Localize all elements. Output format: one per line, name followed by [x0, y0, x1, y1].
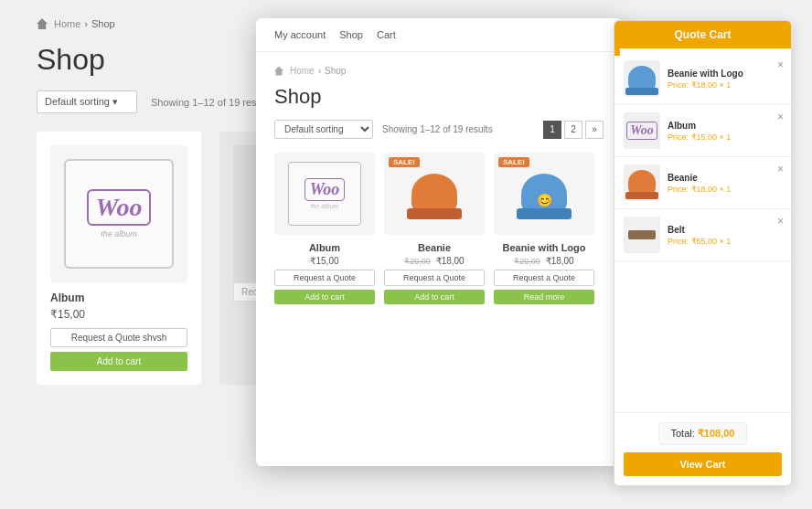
qc-album-remove[interactable]: ×: [777, 111, 784, 123]
modal-breadcrumb-current: Shop: [325, 66, 346, 76]
qc-beanie-logo-info: Beanie with Logo Price: ₹18,00 × 1: [668, 69, 782, 90]
bg-album-quote-btn[interactable]: Request a Quote shvsh: [50, 328, 187, 347]
modal-page-next[interactable]: »: [585, 121, 604, 139]
showing-text: Showing 1–12 of 19 results: [151, 97, 272, 108]
qc-beanie-logo-price: Price: ₹18,00 × 1: [668, 80, 782, 90]
sale-badge-beanie-logo: SALE!: [498, 157, 529, 167]
modal-album-price: ₹15,00: [274, 256, 375, 266]
sort-select[interactable]: Default sorting ▾: [37, 90, 137, 113]
qc-beanie-remove[interactable]: ×: [777, 163, 784, 175]
modal-home-link[interactable]: Home: [290, 66, 315, 76]
modal-beanie-name: Beanie: [384, 242, 485, 253]
qc-beanie-shape: [628, 170, 656, 196]
bg-album-image: Woo the album: [50, 145, 187, 282]
modal-sort-select[interactable]: Default sorting: [274, 120, 373, 139]
qc-item-beanie-logo: Beanie with Logo Price: ₹18,00 × 1 ×: [614, 53, 791, 105]
modal-beanie-logo-name: Beanie with Logo: [494, 242, 594, 253]
woo-mini-sketch: Woo the album: [288, 162, 361, 226]
qc-total-amount: ₹108,00: [698, 428, 735, 439]
woo-mini-text: Woo: [304, 178, 346, 201]
qc-belt-info: Belt Price: ₹55,00 × 1: [668, 225, 782, 246]
modal-beanie-price: ₹20,00 ₹18,00: [384, 256, 485, 266]
qc-total-label: Total:: [670, 428, 694, 439]
modal-nav-myaccount[interactable]: My account: [274, 29, 326, 40]
woo-subtitle: the album: [101, 229, 137, 239]
modal-beanie-cart-btn[interactable]: Add to cart: [384, 290, 485, 304]
qc-beanie-name: Beanie: [668, 173, 782, 183]
woo-mini-sub: the album: [311, 203, 339, 209]
qc-beanie-logo-remove[interactable]: ×: [777, 58, 784, 71]
beanie-logo-new-price: ₹18,00: [546, 256, 574, 266]
modal-nav-cart[interactable]: Cart: [377, 29, 396, 40]
qc-beanie-price: Price: ₹18,00 × 1: [668, 185, 782, 194]
modal-home-icon: [274, 67, 283, 76]
qc-item-belt: Belt Price: ₹55,00 × 1 ×: [614, 209, 791, 261]
qc-album-price: Price: ₹15,00 × 1: [668, 133, 782, 142]
view-cart-button[interactable]: View Cart: [624, 452, 782, 476]
breadcrumb-current: Shop: [91, 18, 115, 29]
bg-album-cart-btn[interactable]: Add to cart: [50, 352, 187, 371]
qc-item-beanie: Beanie Price: ₹18,00 × 1 ×: [614, 157, 791, 209]
modal-album-img: Woo the album: [274, 153, 375, 235]
breadcrumb-separator: ›: [84, 18, 88, 29]
beanie-hat-shape: [411, 174, 457, 215]
beanie-logo-old-price: ₹20,00: [514, 257, 540, 266]
home-icon: [37, 18, 48, 29]
modal-beanie-logo-read-btn[interactable]: Read more: [494, 290, 594, 304]
qc-total: Total: ₹108,00: [624, 422, 782, 445]
modal-shop-popup: My account Shop Cart Home › Shop Shop De…: [256, 18, 622, 466]
qc-belt-remove[interactable]: ×: [777, 215, 784, 228]
qc-belt-shape: [628, 230, 656, 239]
modal-shop-title: Shop: [274, 85, 604, 109]
qc-woo-text: Woo: [626, 122, 657, 140]
quote-cart-panel: › Quote Cart Beanie with Logo Price: ₹18…: [614, 20, 792, 486]
home-link[interactable]: Home: [54, 18, 80, 29]
qc-beanie-logo-img: [624, 60, 660, 97]
modal-product-beanie: SALE! Beanie ₹20,00 ₹18,00 Request a Quo…: [384, 153, 485, 304]
modal-breadcrumb: Home › Shop: [274, 66, 604, 76]
qc-beanie-logo-name: Beanie with Logo: [668, 69, 782, 79]
modal-product-album: Woo the album Album ₹15,00 Request a Quo…: [274, 153, 375, 304]
quote-cart-header: Quote Cart: [614, 21, 791, 48]
qc-beanie-img: [624, 164, 660, 201]
bg-album-price: ₹15,00: [50, 308, 187, 321]
beanie-old-price: ₹20,00: [404, 257, 431, 266]
qc-beanie-info: Beanie Price: ₹18,00 × 1: [668, 173, 782, 194]
modal-pagination: 1 2 »: [543, 121, 604, 139]
sale-badge-beanie: SALE!: [389, 157, 420, 167]
modal-album-cart-btn[interactable]: Add to cart: [274, 290, 375, 304]
modal-page-1[interactable]: 1: [543, 121, 561, 139]
qc-item-album: Woo Album Price: ₹15,00 × 1 ×: [614, 105, 791, 157]
beanie-logo-hat-shape: [521, 174, 567, 215]
qc-belt-name: Belt: [668, 225, 782, 235]
woo-text: Woo: [87, 189, 152, 226]
qc-belt-img: [624, 217, 660, 253]
modal-beanie-img: SALE!: [384, 153, 485, 235]
modal-nav-shop[interactable]: Shop: [339, 29, 363, 40]
modal-product-grid: Woo the album Album ₹15,00 Request a Quo…: [274, 153, 604, 304]
modal-product-beanie-logo: SALE! Beanie with Logo ₹20,00 ₹18,00 Req…: [494, 153, 594, 304]
modal-beanie-logo-quote-btn[interactable]: Request a Quote: [494, 270, 594, 286]
modal-beanie-quote-btn[interactable]: Request a Quote: [384, 270, 485, 286]
quote-cart-toggle[interactable]: ›: [614, 28, 620, 56]
bg-product-album: Woo the album Album ₹15,00 Request a Quo…: [37, 132, 201, 385]
modal-beanie-logo-price: ₹20,00 ₹18,00: [494, 256, 594, 266]
modal-page-2[interactable]: 2: [564, 121, 582, 139]
qc-belt-price: Price: ₹55,00 × 1: [668, 237, 782, 246]
woo-sketch: Woo the album: [64, 159, 174, 269]
modal-toolbar: Default sorting Showing 1–12 of 19 resul…: [274, 120, 604, 139]
qc-album-name: Album: [668, 121, 782, 131]
qc-beanie-logo-shape: [628, 66, 656, 91]
modal-beanie-logo-img: SALE!: [494, 153, 594, 235]
modal-album-name: Album: [274, 242, 375, 253]
modal-album-quote-btn[interactable]: Request a Quote: [274, 270, 375, 286]
bg-album-name: Album: [50, 292, 187, 304]
qc-album-img: Woo: [624, 112, 660, 149]
qc-album-info: Album Price: ₹15,00 × 1: [668, 121, 782, 142]
qc-total-text: Total: ₹108,00: [658, 422, 746, 445]
modal-nav: My account Shop Cart: [256, 18, 622, 52]
modal-body: Home › Shop Shop Default sorting Showing…: [256, 52, 622, 318]
quote-cart-footer: Total: ₹108,00 View Cart: [614, 412, 791, 485]
beanie-new-price: ₹18,00: [436, 256, 465, 266]
quote-cart-items: Beanie with Logo Price: ₹18,00 × 1 × Woo…: [614, 48, 791, 412]
